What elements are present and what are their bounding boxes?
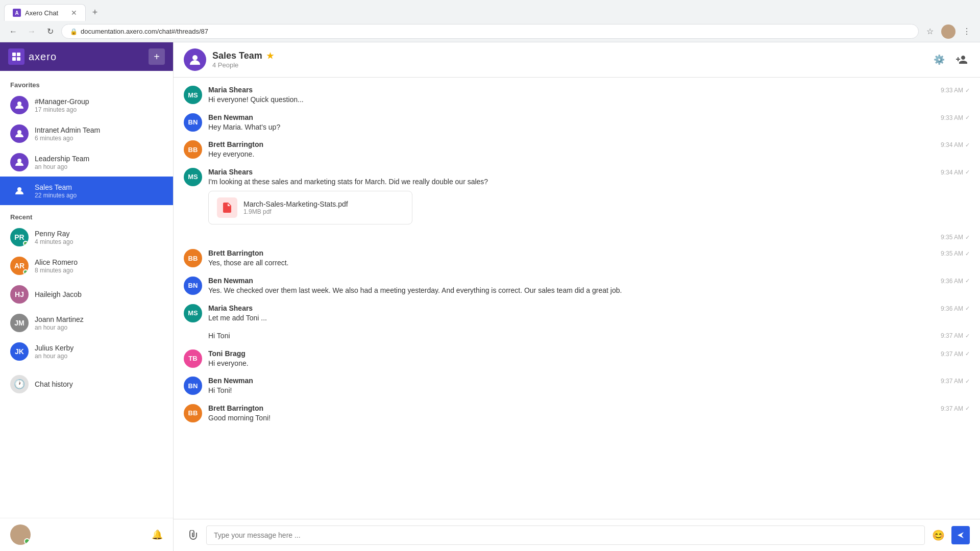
online-indicator-penny [23,241,28,246]
msg-text-7: Yes. We checked over them last week. We … [208,286,935,296]
msg-content-10: Toni Bragg Hi everyone. [208,349,935,369]
alice-romero-info: Alice Romero 8 minutes ago [35,258,163,274]
svg-rect-0 [12,53,16,56]
active-tab[interactable]: A Axero Chat ✕ [4,4,86,21]
url-text: documentation.axero.com/chat#/threads/87 [81,28,208,35]
chat-area: Sales Team ★ 4 People ⚙️ MS Maria Shears… [174,42,980,551]
sidebar-item-joann-martinez[interactable]: JM Joann Martinez an hour ago [0,309,173,337]
leadership-team-time: an hour ago [35,163,163,170]
msg-time-10: 9:37 AM ✓ [941,349,970,358]
attach-button[interactable] [184,526,202,544]
svg-point-8 [192,55,198,60]
menu-icon[interactable]: ⋮ [960,24,974,39]
msg-text-3: Hey everyone. [208,149,935,160]
msg-avatar-toni: TB [184,349,202,368]
manager-group-name: #Manager-Group [35,97,163,106]
msg-author-12: Brett Barrington [208,404,935,412]
message-row: BN Ben Newman Hi Toni! 9:37 AM ✓ [184,377,970,396]
haileigh-jacob-name: Haileigh Jacob [35,290,163,298]
check-icon-5: ✓ [965,234,970,241]
msg-author-6: Brett Barrington [208,249,935,257]
sidebar-item-julius-kerby[interactable]: JK Julius Kerby an hour ago [0,337,173,366]
manager-group-info: #Manager-Group 17 minutes ago [35,97,163,113]
url-bar[interactable]: 🔒 documentation.axero.com/chat#/threads/… [61,24,919,39]
haileigh-jacob-info: Haileigh Jacob [35,290,163,299]
check-icon-7: ✓ [965,278,970,284]
msg-content-1: Maria Shears Hi everyone! Quick question… [208,86,935,105]
msg-time-4: 9:34 AM ✓ [941,168,970,176]
intranet-admin-name: Intranet Admin Team [35,126,163,134]
msg-author-11: Ben Newman [208,377,935,385]
messages-area: MS Maria Shears Hi everyone! Quick quest… [174,78,980,519]
msg-avatar-ben2: BN [184,277,202,295]
profile-avatar[interactable] [941,24,955,39]
file-meta: 1.9MB pdf [243,208,404,215]
pdf-icon [217,197,237,218]
msg-avatar-maria3: MS [184,304,202,322]
browser-chrome: A Axero Chat ✕ + ← → ↻ 🔒 documentation.a… [0,0,980,42]
favorite-star-icon[interactable]: ★ [266,51,274,61]
reload-button[interactable]: ↻ [43,24,57,39]
msg-text-10: Hi everyone. [208,359,935,369]
message-input[interactable] [206,525,925,545]
chat-history-info: Chat history [35,380,163,388]
axero-logo: axero [8,48,57,65]
chat-title-text: Sales Team [212,51,262,61]
penny-ray-info: Penny Ray 4 minutes ago [35,230,163,245]
msg-content-8: Maria Shears Let me add Toni ... [208,304,935,323]
bookmark-icon[interactable]: ☆ [923,24,937,39]
svg-point-6 [17,159,21,163]
avatar-joann-martinez: JM [10,314,29,332]
back-button[interactable]: ← [6,24,20,39]
check-icon-10: ✓ [965,350,970,357]
msg-text-12: Good morning Toni! [208,413,935,423]
sidebar-item-sales-team[interactable]: Sales Team 22 minutes ago [0,177,173,205]
msg-text-4: I'm looking at these sales and marketing… [208,177,935,187]
sidebar-item-alice-romero[interactable]: AR Alice Romero 8 minutes ago [0,252,173,280]
avatar-intranet-admin [10,124,29,143]
msg-author-3: Brett Barrington [208,140,935,148]
joann-martinez-info: Joann Martinez an hour ago [35,315,163,331]
alice-romero-name: Alice Romero [35,258,163,266]
msg-time-6: 9:35 AM ✓ [941,249,970,257]
forward-button[interactable]: → [24,24,39,39]
chat-title: Sales Team ★ [212,51,925,61]
sales-team-name: Sales Team [35,183,163,191]
check-icon-8: ✓ [965,305,970,312]
sidebar-header: axero + [0,42,173,71]
penny-ray-name: Penny Ray [35,230,163,238]
message-row: Hi Toni 9:37 AM ✓ [184,331,970,341]
sidebar-item-haileigh-jacob[interactable]: HJ Haileigh Jacob [0,280,173,309]
check-icon-9: ✓ [965,333,970,339]
sidebar-item-chat-history[interactable]: 🕐 Chat history [0,370,173,398]
msg-author-4: Maria Shears [208,168,935,176]
sidebar-item-intranet-admin[interactable]: Intranet Admin Team 6 minutes ago [0,119,173,148]
msg-text-1: Hi everyone! Quick question... [208,95,935,105]
msg-author-10: Toni Bragg [208,349,935,358]
new-chat-button[interactable]: + [149,48,165,65]
msg-time-7: 9:36 AM ✓ [941,277,970,285]
sidebar-item-penny-ray[interactable]: PR Penny Ray 4 minutes ago [0,223,173,252]
msg-avatar-maria1: MS [184,86,202,104]
msg-time-1: 9:33 AM ✓ [941,86,970,94]
sidebar: axero + Favorites #Manager-Group 17 minu… [0,42,174,551]
sidebar-content: Favorites #Manager-Group 17 minutes ago … [0,71,173,518]
sidebar-item-manager-group[interactable]: #Manager-Group 17 minutes ago [0,91,173,119]
message-row: BB Brett Barrington Yes, those are all c… [184,249,970,268]
tab-close-button[interactable]: ✕ [71,9,77,17]
svg-point-5 [17,130,21,134]
msg-content-9: Hi Toni [208,331,935,341]
emoji-button[interactable]: 😊 [929,526,947,544]
settings-button[interactable]: ⚙️ [931,52,947,68]
new-tab-button[interactable]: + [88,6,102,20]
msg-author-7: Ben Newman [208,277,935,285]
file-attachment[interactable]: March-Sales-Marketing-Stats.pdf 1.9MB pd… [208,191,412,224]
send-button[interactable] [951,526,970,544]
notification-bell-button[interactable]: 🔔 [152,529,163,540]
add-member-button[interactable] [953,52,970,68]
check-icon-2: ✓ [965,114,970,121]
sidebar-item-leadership-team[interactable]: Leadership Team an hour ago [0,148,173,177]
current-user-avatar[interactable] [10,524,31,545]
online-indicator-alice [23,269,28,274]
current-user-online-dot [24,538,30,544]
